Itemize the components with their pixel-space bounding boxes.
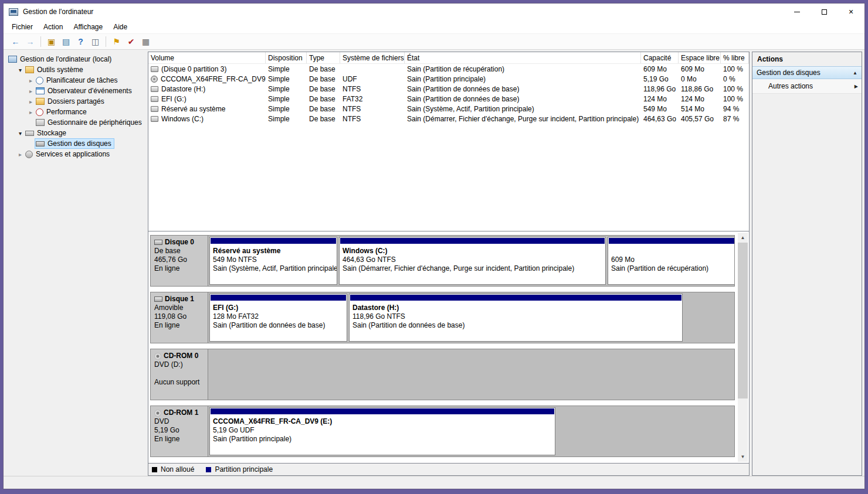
minimize-button[interactable] [784,4,811,20]
partition-block-reserve-systeme[interactable]: Réservé au système 549 Mo NTFS Sain (Sys… [209,237,337,285]
cell-disposition: Simple [266,84,307,94]
maximize-button[interactable] [811,4,838,20]
table-row[interactable]: Datastore (H:) Simple De base NTFS Sain … [148,84,749,94]
performance-icon [36,108,43,116]
expand-arrow-icon[interactable]: ▶ [855,84,858,89]
column-header-type[interactable]: Type [307,52,340,63]
title-bar[interactable]: Gestion de l'ordinateur × [4,4,864,20]
cell-etat: Sain (Système, Actif, Partition principa… [405,104,641,114]
collapse-chevron-icon[interactable] [27,77,35,84]
help-button[interactable]: ? [73,35,88,48]
menu-item-aide[interactable]: Aide [108,21,133,33]
vertical-scrollbar[interactable]: ▲ ▼ [738,233,748,462]
partition-block-efi-g[interactable]: EFI (G:) 128 Mo FAT32 Sain (Partition de… [209,294,347,342]
scroll-up-button[interactable]: ▲ [738,233,748,243]
scroll-thumb[interactable] [738,243,748,398]
table-row[interactable]: Réservé au système Simple De base NTFS S… [148,104,749,114]
cell-capacite: 118,96 Go [641,84,679,94]
volume-icon [151,106,158,112]
tree-item-performance[interactable]: Performance [4,107,148,117]
cell-pct: 87 % [721,114,749,124]
column-header-disposition[interactable]: Disposition [266,52,307,63]
legend-item-primary-partition: Partition principale [206,465,273,473]
disk-info-panel[interactable]: Disque 1 Amovible 119,08 Go En ligne [151,292,208,343]
tree-item-services-applications[interactable]: Services et applications [4,149,148,159]
flag-button[interactable]: ⚑ [109,35,124,48]
maximize-icon [822,9,827,15]
action-autres-actions[interactable]: Autres actions ▶ [752,79,862,94]
partition-size: 549 Mo NTFS [213,255,334,264]
collapse-chevron-icon[interactable] [27,88,35,94]
menu-item-action[interactable]: Action [38,21,68,33]
collapse-chevron-icon[interactable] [27,109,35,115]
actions-pane: Actions Gestion des disques ▲ Autres act… [752,52,862,476]
column-header-filesystem[interactable]: Système de fichiers [340,52,405,63]
legend: Non alloué Partition principale [148,463,749,475]
primary-partition-band [211,238,336,244]
tree-item-disk-management[interactable]: Gestion des disques [4,138,148,149]
volume-icon [151,66,158,72]
action-pane-button[interactable]: ◫ [88,35,103,48]
unallocated-swatch [152,467,157,472]
tree-item-computer-management[interactable]: Gestion de l'ordinateur (local) [4,54,148,64]
table-row[interactable]: EFI (G:) Simple De base FAT32 Sain (Part… [148,94,749,104]
primary-partition-band [211,408,554,414]
forward-button[interactable]: → [23,35,38,48]
volume-icon [151,86,158,92]
scroll-down-button[interactable]: ▼ [738,452,748,462]
status-bar [4,476,864,489]
tree-item-storage[interactable]: Stockage [4,128,148,138]
tree-item-device-manager[interactable]: Gestionnaire de périphériques [4,117,148,128]
check-button[interactable]: ✔ [124,35,138,48]
collapse-chevron-icon[interactable] [16,151,24,158]
partition-block-datastore-h[interactable]: Datastore (H:) 118,96 Go NTFS Sain (Part… [349,294,683,342]
expand-chevron-icon[interactable] [16,67,24,73]
cell-espace: 405,57 Go [679,114,721,124]
menu-bar: Fichier Action Affichage Aide [4,20,864,33]
partition-block-recovery[interactable]: 609 Mo Sain (Partition de récupération) [608,237,734,285]
primary-partition-band [350,295,681,301]
table-row[interactable]: (Disque 0 partition 3) Simple De base Sa… [148,64,749,74]
table-row[interactable]: CCCOMA_X64FRE_FR-CA_DV9 (E:) Simple De b… [148,74,749,84]
menu-item-fichier[interactable]: Fichier [6,21,38,33]
action-label: Gestion des disques [757,69,820,77]
partition-name: CCCOMA_X64FRE_FR-CA_DV9 (E:) [213,417,552,426]
package-button[interactable]: ▦ [138,35,153,48]
tree-item-system-tools[interactable]: Outils système [4,64,148,75]
disk-info-panel[interactable]: CD-ROM 0 DVD (D:) Aucun support [151,349,208,400]
table-row[interactable]: Windows (C:) Simple De base NTFS Sain (D… [148,114,749,124]
close-button[interactable]: × [838,4,864,20]
disk-info-panel[interactable]: Disque 0 De base 465,76 Go En ligne [151,236,208,286]
tree-item-label: Planificateur de tâches [46,76,117,84]
column-header-espace-libre[interactable]: Espace libre [679,52,721,63]
partition-size: 5,19 Go UDF [213,426,552,435]
partition-area [208,349,734,400]
menu-item-affichage[interactable]: Affichage [68,21,108,33]
expand-chevron-icon[interactable] [16,130,24,137]
cell-pct: 94 % [721,104,749,114]
collapse-arrow-icon[interactable]: ▲ [853,70,857,76]
tree-item-shared-folders[interactable]: Dossiers partagés [4,96,148,107]
cell-fs: NTFS [340,104,405,114]
disk-row-disque-0: Disque 0 De base 465,76 Go En ligne Rése… [150,235,735,287]
column-header-pct-libre[interactable]: % libre [721,52,749,63]
collapse-chevron-icon[interactable] [27,98,35,105]
column-header-capacite[interactable]: Capacité [641,52,679,63]
export-list-button[interactable]: ▤ [59,35,73,48]
column-header-etat[interactable]: État [405,52,641,63]
cell-disposition: Simple [266,104,307,114]
hard-disk-icon [154,240,162,245]
computer-management-window: Gestion de l'ordinateur × Fichier Action… [3,3,865,489]
partition-block-cccoma-e[interactable]: CCCOMA_X64FRE_FR-CA_DV9 (E:) 5,19 Go UDF… [209,407,555,455]
toolbar-separator [40,36,41,47]
tree-item-event-viewer[interactable]: Observateur d'événements [4,86,148,96]
cell-capacite: 124 Mo [641,94,679,104]
partition-block-windows-c[interactable]: Windows (C:) 464,63 Go NTFS Sain (Démarr… [339,237,606,285]
primary-partition-band [340,238,605,244]
back-button[interactable]: ← [8,35,23,48]
column-header-volume[interactable]: Volume [148,52,266,63]
tree-item-task-scheduler[interactable]: Planificateur de tâches [4,75,148,86]
disk-info-panel[interactable]: CD-ROM 1 DVD 5,19 Go En ligne [151,406,208,456]
show-console-tree-button[interactable]: ▣ [44,35,59,48]
action-gestion-des-disques[interactable]: Gestion des disques ▲ [752,66,862,79]
